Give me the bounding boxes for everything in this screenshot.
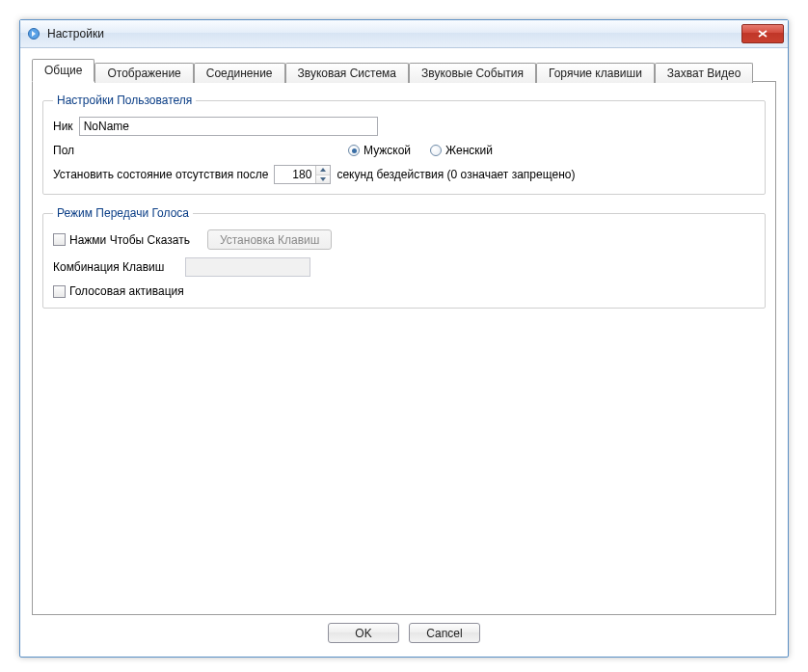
voice-activation-checkbox[interactable]: Голосовая активация	[53, 284, 184, 298]
client-area: Общие Отображение Соединение Звуковая Си…	[20, 48, 788, 657]
tab-general[interactable]: Общие	[32, 59, 94, 82]
away-prefix-label: Установить состояние отсутствия после	[53, 168, 268, 181]
tab-label: Захват Видео	[667, 67, 741, 80]
spinner-buttons	[315, 166, 330, 183]
ptt-checkbox[interactable]: Нажми Чтобы Сказать	[53, 233, 190, 247]
tab-label: Звуковая Система	[298, 67, 397, 80]
group-title: Настройки Пользователя	[53, 94, 196, 107]
tab-video-capture[interactable]: Захват Видео	[655, 63, 753, 83]
tab-connection[interactable]: Соединение	[194, 63, 285, 83]
group-user-settings: Настройки Пользователя Ник Пол Мужской Ж…	[42, 94, 766, 195]
radio-label: Мужской	[364, 144, 411, 157]
setup-keys-button[interactable]: Установка Клавиш	[207, 229, 332, 250]
radio-indicator-icon	[348, 145, 360, 156]
away-seconds-input[interactable]	[275, 166, 315, 183]
away-suffix-label: секунд бездействия (0 означает запрещено…	[337, 168, 575, 181]
gender-label: Пол	[53, 144, 342, 157]
radio-label: Женский	[445, 144, 493, 157]
titlebar: Настройки	[20, 20, 788, 48]
gender-male-radio[interactable]: Мужской	[348, 144, 411, 157]
nick-input[interactable]	[79, 117, 378, 136]
nick-label: Ник	[53, 120, 73, 133]
tabstrip: Общие Отображение Соединение Звуковая Си…	[32, 58, 776, 81]
gender-female-radio[interactable]: Женский	[430, 144, 493, 157]
key-combo-display	[185, 257, 310, 277]
tab-label: Соединение	[206, 67, 273, 80]
tab-page-general: Настройки Пользователя Ник Пол Мужской Ж…	[32, 81, 776, 615]
spin-down-button[interactable]	[316, 175, 330, 184]
radio-indicator-icon	[430, 145, 442, 156]
away-seconds-spinner[interactable]	[274, 165, 331, 184]
tab-label: Общие	[44, 64, 82, 77]
tab-sound-system[interactable]: Звуковая Система	[285, 63, 410, 83]
dialog-footer: OK Cancel	[32, 615, 776, 647]
checkbox-label: Нажми Чтобы Сказать	[69, 233, 190, 247]
group-title: Режим Передачи Голоса	[53, 206, 193, 220]
tab-label: Отображение	[107, 67, 180, 80]
close-button[interactable]	[741, 24, 784, 43]
window-title: Настройки	[47, 27, 741, 40]
settings-window: Настройки Общие Отображение Соединение З…	[19, 19, 789, 658]
checkbox-indicator-icon	[53, 233, 66, 246]
checkbox-label: Голосовая активация	[69, 284, 184, 298]
cancel-button[interactable]: Cancel	[409, 623, 480, 643]
checkbox-indicator-icon	[53, 285, 66, 298]
tab-sound-events[interactable]: Звуковые События	[409, 63, 536, 83]
key-combo-label: Комбинация Клавиш	[53, 260, 164, 274]
ok-button[interactable]: OK	[328, 623, 399, 643]
tab-label: Звуковые События	[421, 67, 524, 80]
tab-display[interactable]: Отображение	[94, 63, 193, 83]
spin-up-button[interactable]	[316, 166, 330, 175]
tab-label: Горячие клавиши	[549, 67, 642, 80]
group-voice-transmission: Режим Передачи Голоса Нажми Чтобы Сказат…	[42, 206, 766, 309]
app-icon	[26, 26, 41, 41]
tab-hotkeys[interactable]: Горячие клавиши	[536, 63, 655, 83]
